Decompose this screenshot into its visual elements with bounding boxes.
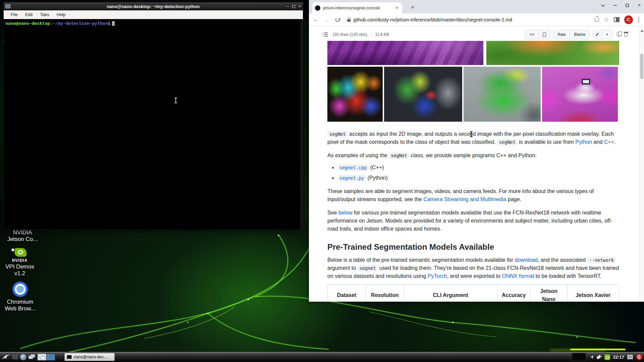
text-run: , and were exported to xyxy=(447,273,502,279)
url-text: github.com/dusty-nv/jetson-inference/blo… xyxy=(353,17,512,22)
paragraph-examples-intro: As examples of using the segNet class, w… xyxy=(327,152,619,160)
segmentation-image-field-green[interactable] xyxy=(486,41,619,65)
iconify-windows-icon[interactable] xyxy=(29,354,35,360)
code-run: segNet xyxy=(327,131,348,137)
link-run[interactable]: download xyxy=(515,257,538,263)
tab-title: jetson-inference/segnet-console xyxy=(323,6,391,10)
cpu-monitor-graph[interactable] xyxy=(572,353,586,361)
outline-list-icon[interactable] xyxy=(323,33,328,37)
back-button[interactable]: ← xyxy=(312,15,320,24)
browser-toolbar: ← → github.com/dusty-nv/jetson-inference… xyxy=(309,13,644,26)
table-header-row: Dataset Resolution CLI Argument Accuracy… xyxy=(328,285,619,302)
rendered-view-button[interactable] xyxy=(539,30,550,39)
bookmark-star-icon[interactable]: ☆ xyxy=(604,17,609,22)
workspace-2[interactable] xyxy=(46,354,55,360)
terminal-window-title: nano@nano-desktop: ~/my-detection-python xyxy=(4,4,303,9)
network-status-icon[interactable] xyxy=(596,355,601,359)
taskbar-clock[interactable]: 22:17 xyxy=(613,355,624,360)
terminal-titlebar[interactable]: nano@nano-desktop: ~/my-detection-python… xyxy=(4,2,303,10)
text-run: (C++) xyxy=(369,165,384,170)
text-run: (Python) xyxy=(366,175,388,181)
link-run[interactable]: C++ xyxy=(604,139,614,145)
chromium-logo-icon xyxy=(12,282,28,297)
browser-menu-chevron-icon[interactable] xyxy=(601,5,604,6)
copy-icon[interactable] xyxy=(617,33,620,37)
reload-button[interactable] xyxy=(333,15,342,24)
text-run: , and the associated xyxy=(538,257,587,263)
edit-file-button[interactable] xyxy=(592,30,602,39)
taskbar-window-button[interactable]: nano@nano-des... xyxy=(64,353,115,361)
blame-button[interactable]: Blame xyxy=(570,30,590,39)
terminal-menu-tabs[interactable]: Tabs xyxy=(36,12,53,17)
tray-collapse-arrow-icon[interactable] xyxy=(589,355,593,359)
file-manager-icon[interactable] xyxy=(12,355,18,359)
terminal-block-cursor xyxy=(112,21,115,26)
desktop-icon-label-line2: Web Brow... xyxy=(0,305,42,312)
terminal-menu-edit[interactable]: Edit xyxy=(21,12,36,17)
terminal-output-area[interactable]: nano@nano-desktop:~/my-detection-python$ xyxy=(4,19,303,230)
link-run[interactable]: PyTorch xyxy=(428,273,447,279)
terminal-minimize-button[interactable]: – xyxy=(286,4,289,8)
profile-avatar[interactable]: C xyxy=(624,15,633,24)
browser-tab[interactable]: jetson-inference/segnet-console × xyxy=(312,2,402,13)
side-panel-icon[interactable] xyxy=(614,17,620,22)
new-tab-button[interactable]: + xyxy=(408,3,417,12)
text-run: and xyxy=(592,139,604,145)
browser-minimize-button[interactable] xyxy=(613,5,617,6)
workspace-pager[interactable] xyxy=(37,353,55,361)
segmentation-image-cyclists[interactable] xyxy=(327,67,383,122)
linkcode-run[interactable]: segnet.py xyxy=(337,175,366,181)
models-table: Dataset Resolution CLI Argument Accuracy… xyxy=(327,284,619,302)
segmentation-image-office[interactable] xyxy=(542,67,618,122)
forward-button[interactable]: → xyxy=(322,15,331,24)
browser-close-button[interactable]: × xyxy=(638,3,641,8)
terminal-maximize-button[interactable] xyxy=(292,5,295,8)
desktop-icon-label-line2: v1.2 xyxy=(0,270,42,277)
workspace-1[interactable] xyxy=(38,354,46,360)
link-run[interactable]: below xyxy=(338,210,353,216)
text-run: page. xyxy=(506,196,521,202)
code-view-button[interactable]: <> xyxy=(525,30,539,39)
web-browser-launcher-icon[interactable] xyxy=(20,354,26,360)
segmentation-image-city-purple[interactable] xyxy=(327,41,483,65)
desktop-icon-jetson-container[interactable]: NVIDIA Jetson Co... xyxy=(1,229,44,243)
file-size-info: 11.6 KB xyxy=(375,32,389,37)
text-run: to be loaded with TensorRT. xyxy=(534,273,601,279)
delete-file-icon[interactable] xyxy=(624,33,628,37)
raw-button[interactable]: Raw xyxy=(553,30,570,39)
edit-dropdown-button[interactable]: ▾ xyxy=(602,30,612,39)
text-run: class, we provide sample programs C++ an… xyxy=(409,153,537,158)
linkcode-run[interactable]: segnet.cpp xyxy=(337,164,369,171)
address-bar[interactable]: github.com/dusty-nv/jetson-inference/blo… xyxy=(344,15,593,24)
terminal-close-button[interactable]: × xyxy=(299,4,301,8)
page-scrollbar[interactable] xyxy=(639,26,644,302)
terminal-menu-file[interactable]: File xyxy=(7,12,21,17)
nvidia-tray-icon[interactable] xyxy=(604,354,610,360)
terminal-window: nano@nano-desktop: ~/my-detection-python… xyxy=(3,2,303,230)
logout-power-button[interactable] xyxy=(636,354,643,360)
desktop-icon-chromium[interactable]: Chromium Web Brow... xyxy=(0,282,42,312)
text-run: . xyxy=(614,139,615,145)
segmentation-image-bird[interactable] xyxy=(464,67,541,122)
prompt-user-host: nano@nano-desktop xyxy=(5,21,50,26)
browser-menu-kebab-icon[interactable] xyxy=(638,16,640,23)
scrollbar-up-arrow[interactable] xyxy=(640,28,644,32)
scrollbar-thumb[interactable] xyxy=(640,54,643,79)
link-run[interactable]: Camera Streaming and Multimedia xyxy=(423,196,506,202)
col-accuracy: Accuracy xyxy=(497,285,530,302)
start-menu-bird-icon[interactable] xyxy=(1,353,10,361)
share-icon[interactable] xyxy=(595,18,599,21)
segmentation-image-people[interactable] xyxy=(384,67,462,122)
link-run[interactable]: ONNX format xyxy=(502,273,534,279)
link-run[interactable]: Python xyxy=(575,139,592,145)
screensaver-lock-icon[interactable] xyxy=(627,355,633,359)
terminal-menu-help[interactable]: Help xyxy=(53,12,69,17)
code-run: segNet xyxy=(389,152,409,159)
desktop-icon-vpi-demos[interactable]: NVIDIA VPI Demos v1.2 xyxy=(0,248,42,277)
terminal-scrollbar[interactable] xyxy=(300,19,303,230)
browser-window: × jetson-inference/segnet-console × + ← … xyxy=(309,0,644,302)
tab-close-icon[interactable]: × xyxy=(394,5,399,11)
text-run: See xyxy=(327,210,338,216)
github-page: 191 lines (130 sloc) | 11.6 KB <> Raw Bl… xyxy=(309,26,644,302)
browser-maximize-button[interactable] xyxy=(626,4,629,7)
